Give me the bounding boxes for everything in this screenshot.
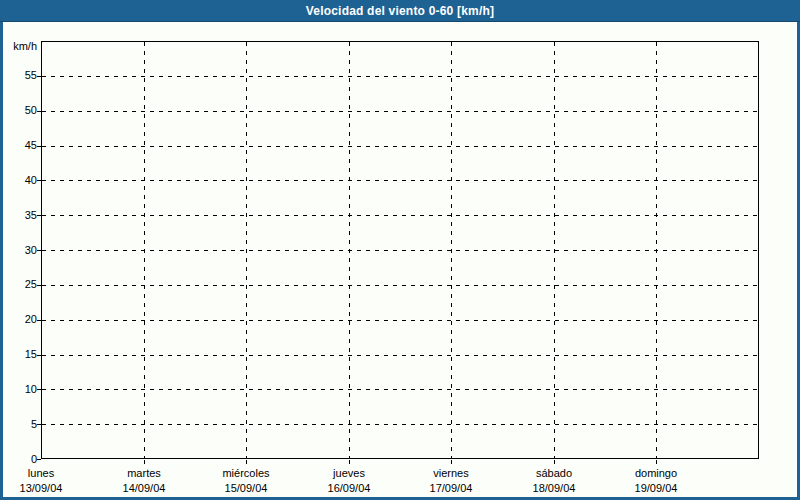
x-axis-day-label: viernes <box>396 466 506 480</box>
y-axis-tick <box>37 111 41 112</box>
h-gridline <box>42 250 758 251</box>
y-axis-tick-label: 55 <box>6 69 37 82</box>
x-axis-tick <box>451 460 452 464</box>
v-gridline <box>656 42 657 458</box>
x-axis-tick <box>656 460 657 464</box>
x-axis-day-label: domingo <box>601 466 711 480</box>
title-bar: Velocidad del viento 0-60 [km/h] <box>0 0 800 22</box>
y-axis-tick-label: 0 <box>6 453 37 466</box>
x-axis-day-label: lunes <box>0 466 96 480</box>
y-axis-unit-label: km/h <box>6 39 37 53</box>
y-axis-tick <box>37 389 41 390</box>
x-axis-day-label: sábado <box>499 466 609 480</box>
x-axis-date-label: 14/09/04 <box>89 481 199 495</box>
v-gridline <box>246 42 247 458</box>
x-axis-date-label: 16/09/04 <box>294 481 404 495</box>
h-gridline <box>42 76 758 77</box>
y-axis-tick-label: 20 <box>6 313 37 326</box>
x-axis-day-label: martes <box>89 466 199 480</box>
x-axis-tick <box>246 460 247 464</box>
x-axis-tick <box>349 460 350 464</box>
y-axis-tick-label: 45 <box>6 139 37 152</box>
y-axis-tick-label: 35 <box>6 209 37 222</box>
y-axis-tick <box>37 285 41 286</box>
y-axis-tick <box>37 215 41 216</box>
x-axis-date-label: 15/09/04 <box>191 481 301 495</box>
h-gridline <box>42 355 758 356</box>
y-axis-tick-label: 10 <box>6 383 37 396</box>
x-axis-date-label: 19/09/04 <box>601 481 711 495</box>
y-axis-tick <box>37 459 41 460</box>
y-axis-tick-label: 15 <box>6 348 37 361</box>
v-gridline <box>349 42 350 458</box>
y-axis-tick <box>37 250 41 251</box>
h-gridline <box>42 215 758 216</box>
y-axis-tick-label: 30 <box>6 244 37 257</box>
x-axis-date-label: 18/09/04 <box>499 481 609 495</box>
x-axis-tick <box>144 460 145 464</box>
y-axis-tick <box>37 320 41 321</box>
y-axis-tick-label: 40 <box>6 174 37 187</box>
v-gridline <box>144 42 145 458</box>
v-gridline <box>554 42 555 458</box>
x-axis-date-label: 17/09/04 <box>396 481 506 495</box>
window-border-left <box>0 22 3 500</box>
y-axis-tick-label: 5 <box>6 418 37 431</box>
h-gridline <box>42 146 758 147</box>
x-axis-day-label: miércoles <box>191 466 301 480</box>
x-axis-date-label: 13/09/04 <box>0 481 96 495</box>
chart-title: Velocidad del viento 0-60 [km/h] <box>306 4 494 18</box>
h-gridline <box>42 180 758 181</box>
x-axis-day-label: jueves <box>294 466 404 480</box>
y-axis-tick <box>37 424 41 425</box>
y-axis-tick <box>37 76 41 77</box>
y-axis-tick <box>37 180 41 181</box>
v-gridline <box>451 42 452 458</box>
h-gridline <box>42 320 758 321</box>
x-axis-tick <box>554 460 555 464</box>
y-axis-tick <box>37 146 41 147</box>
h-gridline <box>42 111 758 112</box>
chart-window: Velocidad del viento 0-60 [km/h] km/h 05… <box>0 0 800 500</box>
y-axis-tick <box>37 355 41 356</box>
h-gridline <box>42 285 758 286</box>
h-gridline <box>42 389 758 390</box>
y-axis-tick-label: 25 <box>6 278 37 291</box>
h-gridline <box>42 424 758 425</box>
y-axis-tick-label: 50 <box>6 104 37 117</box>
